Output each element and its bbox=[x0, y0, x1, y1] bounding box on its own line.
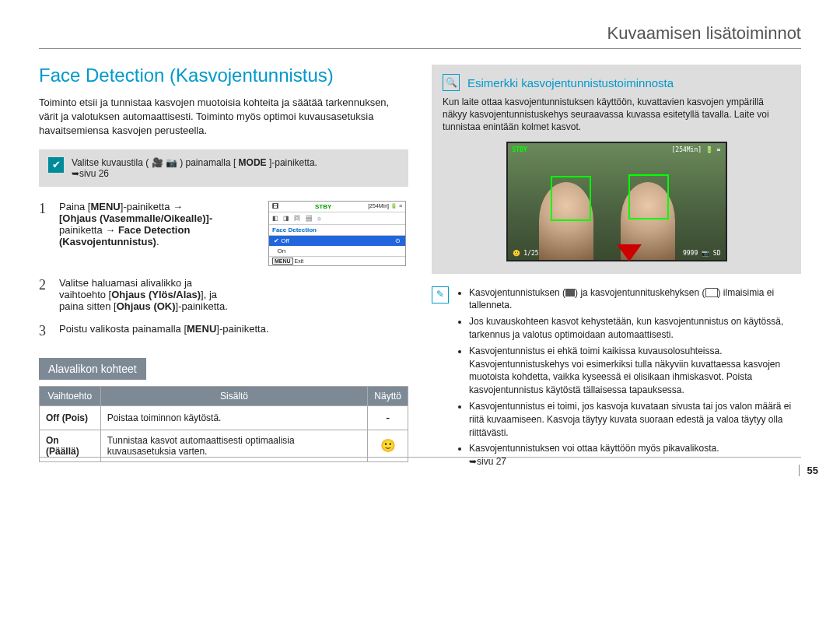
chapter-title: Kuvaamisen lisätoiminnot bbox=[607, 23, 801, 43]
table-row: Off (Pois) Poistaa toiminnon käytöstä. - bbox=[40, 405, 408, 430]
face-detect-frame bbox=[628, 174, 669, 219]
lcd-selected-item: ✔ Off ⊙ bbox=[269, 236, 405, 246]
page-number: 55 bbox=[799, 465, 818, 476]
lcd-toolbar: ◧ ◨ 回 ▦ ☼ bbox=[269, 212, 405, 225]
ok-icon: ⊙ bbox=[395, 237, 401, 244]
col-option: Vaihtoehto bbox=[40, 386, 101, 405]
step-number: 1 bbox=[39, 201, 50, 217]
lcd-item-on: On bbox=[269, 246, 405, 256]
magnifier-icon: 🔍 bbox=[443, 74, 460, 91]
face-detect-frame bbox=[551, 176, 591, 221]
step-body: Poistu valikosta painamalla [MENU]-paini… bbox=[59, 323, 408, 335]
step-2: 2 Valitse haluamasi alivalikko ja vaihto… bbox=[39, 277, 408, 312]
step-3: 3 Poistu valikosta painamalla [MENU]-pai… bbox=[39, 323, 408, 339]
indicator-solid-icon bbox=[565, 289, 575, 296]
list-item: Kasvojentunnistuksen () ja kasvojentunni… bbox=[469, 286, 801, 313]
list-item: Jos kuvauskohteen kasvot kehystetään, ku… bbox=[469, 315, 801, 342]
camera-mode-icons: 🎥 📷 bbox=[152, 157, 177, 168]
indicator-outline-icon bbox=[705, 288, 718, 297]
left-column: Face Detection (Kasvojentunnistus) Toimi… bbox=[39, 65, 408, 472]
bottom-left-osd: 🙂 1/25 bbox=[513, 250, 539, 257]
check-icon: ✔ bbox=[48, 157, 64, 173]
time-remaining: [254Min] 🔋 ≡ bbox=[672, 146, 721, 153]
list-item: Kasvojentunnistus ei toimi, jos kasvoja … bbox=[469, 400, 801, 439]
note-icon: ✎ bbox=[432, 286, 449, 303]
step-list: 1 Paina [MENU]-painiketta → [Ohjaus (Vas… bbox=[39, 201, 408, 339]
footer-rule bbox=[39, 457, 801, 458]
lcd-footer: MENU Exit bbox=[269, 256, 405, 265]
options-table: Vaihtoehto Sisältö Näyttö Off (Pois) Poi… bbox=[39, 386, 408, 462]
submenu-header: Alavalikon kohteet bbox=[39, 358, 146, 380]
info-list: Kasvojentunnistuksen () ja kasvojentunni… bbox=[457, 286, 801, 472]
step-number: 3 bbox=[39, 323, 50, 339]
step-body: Paina [MENU]-painiketta → [Ohjaus (Vasem… bbox=[59, 201, 259, 247]
example-box: 🔍 Esimerkki kasvojentunnistustoiminnosta… bbox=[432, 65, 801, 274]
chapter-header: Kuvaamisen lisätoiminnot bbox=[39, 23, 801, 49]
photo-preview: STBY [254Min] 🔋 ≡ 🙂 1/25 9999 📷 SD bbox=[506, 142, 727, 261]
lcd-preview: 🎞 STBY [254Min] 🔋 ≡ ◧ ◨ 回 ▦ ☼ Face Detec… bbox=[268, 201, 408, 266]
step-body: Valitse haluamasi alivalikko ja vaihtoeh… bbox=[59, 277, 408, 312]
step-1: 1 Paina [MENU]-painiketta → [Ohjaus (Vas… bbox=[39, 201, 408, 266]
col-display: Näyttö bbox=[368, 386, 408, 405]
page-ref: ➥sivu 26 bbox=[72, 168, 109, 179]
info-box: ✎ Kasvojentunnistuksen () ja kasvojentun… bbox=[432, 286, 801, 472]
bottom-right-osd: 9999 📷 SD bbox=[683, 250, 721, 257]
right-column: 🔍 Esimerkki kasvojentunnistustoiminnosta… bbox=[432, 65, 801, 472]
list-item: Kasvojentunnistus ei ehkä toimi kaikissa… bbox=[469, 345, 801, 397]
list-item: Kasvojentunnistuksen voi ottaa käyttöön … bbox=[469, 442, 801, 468]
intro-text: Toiminto etsii ja tunnistaa kasvojen muo… bbox=[39, 96, 408, 139]
mode-note-box: ✔ Valitse kuvaustila ( 🎥 📷 ) painamalla … bbox=[39, 149, 408, 187]
section-title: Face Detection (Kasvojentunnistus) bbox=[39, 65, 408, 86]
mode-note-text: Valitse kuvaustila ( 🎥 📷 ) painamalla [ … bbox=[72, 157, 317, 179]
film-icon: 🎞 bbox=[272, 203, 278, 210]
step-number: 2 bbox=[39, 277, 50, 293]
example-title: Esimerkki kasvojentunnistustoiminnosta bbox=[467, 76, 674, 89]
col-content: Sisältö bbox=[100, 386, 368, 405]
lcd-tab: Face Detection bbox=[269, 225, 405, 236]
stby-label: STBY bbox=[513, 146, 527, 153]
stby-label: STBY bbox=[315, 203, 331, 210]
example-text: Kun laite ottaa kasvojentunnistuksen käy… bbox=[443, 96, 790, 134]
page-ref: ➥sivu 27 bbox=[469, 456, 506, 467]
arrow-down-icon bbox=[617, 244, 642, 261]
